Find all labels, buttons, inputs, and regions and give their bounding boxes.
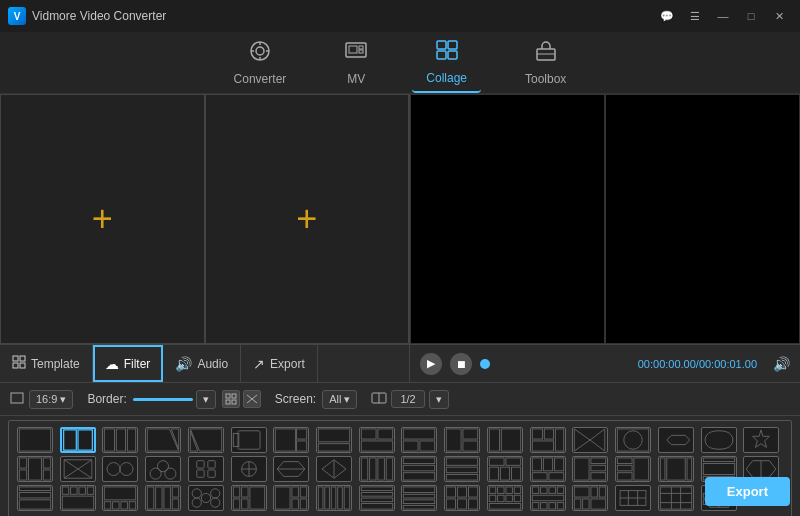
template-10[interactable] bbox=[444, 427, 480, 453]
tab-toolbox[interactable]: Toolbox bbox=[511, 34, 580, 92]
svg-point-72 bbox=[165, 468, 176, 479]
template-13[interactable] bbox=[572, 427, 608, 453]
tab-converter[interactable]: Converter bbox=[220, 34, 301, 92]
menu-button[interactable]: ☰ bbox=[682, 7, 708, 25]
template-41[interactable] bbox=[231, 485, 267, 511]
template-15[interactable] bbox=[658, 427, 694, 453]
template-28[interactable] bbox=[444, 456, 480, 482]
template-23[interactable] bbox=[231, 456, 267, 482]
svg-rect-173 bbox=[489, 495, 495, 501]
svg-rect-145 bbox=[276, 487, 291, 509]
page-value: 1/2 bbox=[400, 393, 415, 405]
template-43[interactable] bbox=[316, 485, 352, 511]
template-49[interactable] bbox=[572, 485, 608, 511]
svg-rect-91 bbox=[447, 475, 478, 481]
template-45[interactable] bbox=[401, 485, 437, 511]
template-46[interactable] bbox=[444, 485, 480, 511]
template-48[interactable] bbox=[530, 485, 566, 511]
template-37[interactable] bbox=[60, 485, 96, 511]
svg-rect-103 bbox=[591, 458, 606, 464]
template-21[interactable] bbox=[145, 456, 181, 482]
svg-rect-75 bbox=[197, 470, 204, 477]
message-button[interactable]: 💬 bbox=[654, 7, 680, 25]
svg-rect-43 bbox=[297, 441, 307, 451]
svg-rect-97 bbox=[532, 458, 541, 471]
template-2[interactable] bbox=[102, 427, 138, 453]
template-5[interactable] bbox=[231, 427, 267, 453]
svg-rect-197 bbox=[660, 487, 691, 509]
svg-rect-100 bbox=[532, 473, 547, 480]
svg-rect-84 bbox=[378, 458, 384, 480]
template-11[interactable] bbox=[487, 427, 523, 453]
template-36[interactable] bbox=[17, 485, 53, 511]
svg-rect-165 bbox=[469, 487, 478, 497]
main-area: + + Template ☁ Fil bbox=[0, 94, 800, 382]
svg-rect-118 bbox=[19, 492, 50, 498]
export-button[interactable]: Export bbox=[705, 477, 790, 506]
template-19[interactable] bbox=[60, 456, 96, 482]
filter-button[interactable]: ☁ Filter bbox=[93, 345, 164, 382]
template-50[interactable] bbox=[615, 485, 651, 511]
template-4[interactable] bbox=[188, 427, 224, 453]
video-slot-2[interactable]: + bbox=[205, 94, 410, 344]
template-47[interactable] bbox=[487, 485, 523, 511]
svg-rect-64 bbox=[29, 458, 42, 480]
template-0[interactable] bbox=[17, 427, 53, 453]
template-51[interactable] bbox=[658, 485, 694, 511]
grid-icon-1[interactable] bbox=[222, 390, 240, 408]
svg-rect-46 bbox=[361, 429, 376, 439]
maximize-button[interactable]: □ bbox=[738, 7, 764, 25]
template-8[interactable] bbox=[359, 427, 395, 453]
svg-rect-167 bbox=[458, 499, 467, 509]
template-24[interactable] bbox=[273, 456, 309, 482]
border-slider[interactable] bbox=[133, 398, 193, 401]
template-27[interactable] bbox=[401, 456, 437, 482]
screen-label: Screen: bbox=[275, 392, 316, 406]
svg-point-1 bbox=[256, 47, 264, 55]
play-button[interactable]: ▶ bbox=[420, 353, 442, 375]
template-7[interactable] bbox=[316, 427, 352, 453]
border-dropdown[interactable]: ▾ bbox=[196, 390, 216, 409]
minimize-button[interactable]: — bbox=[710, 7, 736, 25]
template-16[interactable] bbox=[701, 427, 737, 453]
svg-rect-18 bbox=[13, 363, 18, 368]
stop-button[interactable]: ⏹ bbox=[450, 353, 472, 375]
template-1[interactable] bbox=[60, 427, 96, 453]
template-20[interactable] bbox=[102, 456, 138, 482]
template-9[interactable] bbox=[401, 427, 437, 453]
template-31[interactable] bbox=[572, 456, 608, 482]
screen-dropdown[interactable]: All ▾ bbox=[322, 390, 357, 409]
template-14[interactable] bbox=[615, 427, 651, 453]
template-button[interactable]: Template bbox=[0, 345, 93, 382]
template-38[interactable] bbox=[102, 485, 138, 511]
template-26[interactable] bbox=[359, 456, 395, 482]
close-button[interactable]: ✕ bbox=[766, 7, 792, 25]
svg-rect-17 bbox=[20, 356, 25, 361]
tab-collage[interactable]: Collage bbox=[412, 33, 481, 93]
page-dropdown[interactable]: ▾ bbox=[429, 390, 449, 409]
svg-rect-102 bbox=[575, 458, 590, 480]
template-22[interactable] bbox=[188, 456, 224, 482]
video-slot-1[interactable]: + bbox=[0, 94, 205, 344]
svg-rect-177 bbox=[489, 504, 520, 510]
template-6[interactable] bbox=[273, 427, 309, 453]
template-18[interactable] bbox=[17, 456, 53, 482]
template-12[interactable] bbox=[530, 427, 566, 453]
template-39[interactable] bbox=[145, 485, 181, 511]
template-42[interactable] bbox=[273, 485, 309, 511]
timeline-dot bbox=[480, 359, 490, 369]
aspect-ratio-button[interactable]: 16:9 ▾ bbox=[29, 390, 73, 409]
template-44[interactable] bbox=[359, 485, 395, 511]
grid-icon-2[interactable] bbox=[243, 390, 261, 408]
export-toolbar-button[interactable]: ↗ Export bbox=[241, 345, 318, 382]
template-30[interactable] bbox=[530, 456, 566, 482]
template-29[interactable] bbox=[487, 456, 523, 482]
template-33[interactable] bbox=[658, 456, 694, 482]
template-40[interactable] bbox=[188, 485, 224, 511]
tab-mv[interactable]: MV bbox=[330, 34, 382, 92]
template-32[interactable] bbox=[615, 456, 651, 482]
template-25[interactable] bbox=[316, 456, 352, 482]
audio-button[interactable]: 🔊 Audio bbox=[163, 345, 241, 382]
template-3[interactable] bbox=[145, 427, 181, 453]
template-17[interactable] bbox=[743, 427, 779, 453]
